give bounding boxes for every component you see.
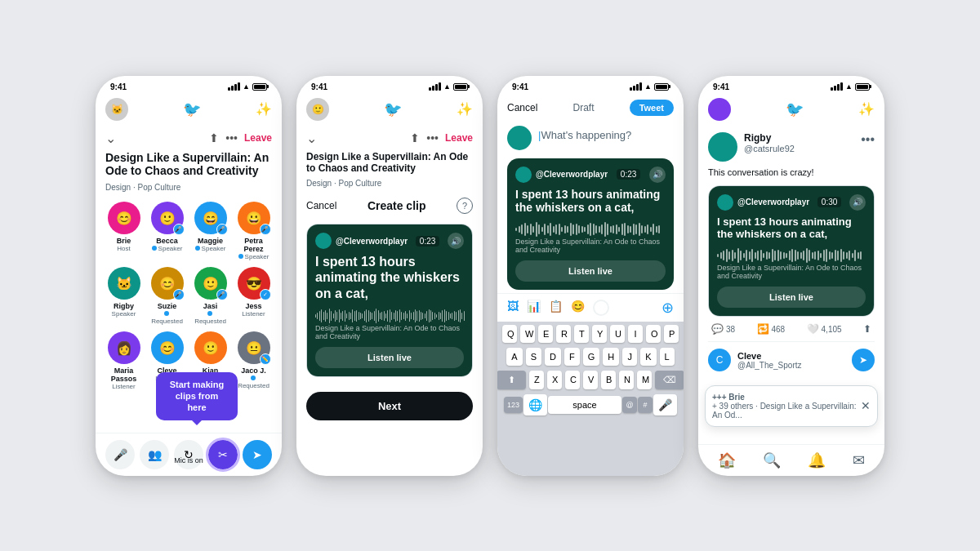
key-l[interactable]: L bbox=[660, 348, 675, 366]
tweet-card-inner: @Cleverwordplayr 0:30 🔊 I spent 13 hours… bbox=[709, 186, 874, 316]
key-n[interactable]: N bbox=[619, 371, 634, 389]
embed-username: @Cleverwordplayr bbox=[536, 170, 608, 179]
key-shift[interactable]: ⬆ bbox=[497, 371, 526, 389]
key-mic[interactable]: 🎤 bbox=[653, 394, 677, 415]
compose-input[interactable]: |What's happening? bbox=[538, 126, 674, 150]
notification-sub: + 39 others · Design Like a Supervillain… bbox=[712, 402, 857, 420]
key-123[interactable]: 123 bbox=[504, 397, 523, 413]
key-h[interactable]: H bbox=[603, 348, 619, 366]
phones-container: 9:41 ▲ 🐱 🐦 ✨ ⌄ ⬆ ••• Leave Design bbox=[96, 76, 884, 476]
tweet-clip-user-row: @Cleverwordplayr 0:30 🔊 bbox=[717, 194, 866, 211]
key-z[interactable]: Z bbox=[529, 371, 544, 389]
key-w[interactable]: W bbox=[520, 325, 535, 343]
arrow-button[interactable]: ➤ bbox=[243, 440, 272, 469]
mic-button[interactable]: 🎤 bbox=[105, 440, 135, 469]
key-at[interactable]: @ bbox=[622, 397, 637, 413]
key-v[interactable]: V bbox=[583, 371, 598, 389]
key-m[interactable]: M bbox=[637, 371, 652, 389]
clip-username: @Cleverwordplayr bbox=[336, 237, 408, 246]
embed-listen-live-button[interactable]: Listen live bbox=[515, 260, 666, 282]
leave-button[interactable]: Leave bbox=[244, 132, 272, 144]
keyboard[interactable]: Q W E R T Y U I O P A S D F G H J K L bbox=[497, 322, 684, 475]
cancel-clip-button[interactable]: Cancel bbox=[306, 200, 336, 211]
gif-icon[interactable]: 📊 bbox=[527, 300, 541, 316]
reply-action[interactable]: 💬 38 bbox=[711, 323, 735, 335]
key-x[interactable]: X bbox=[547, 371, 562, 389]
key-g[interactable]: G bbox=[583, 348, 600, 366]
bell-nav-icon[interactable]: 🔔 bbox=[808, 451, 826, 469]
tweet-more-icon[interactable]: ••• bbox=[861, 132, 875, 162]
status-icons-1: ▲ bbox=[228, 82, 267, 91]
image-icon[interactable]: 🖼 bbox=[507, 300, 519, 316]
add-button[interactable]: ⊕ bbox=[662, 299, 674, 317]
key-f[interactable]: F bbox=[564, 348, 580, 366]
cancel-compose-button[interactable]: Cancel bbox=[507, 102, 537, 113]
sparkle-icon-2: ✨ bbox=[457, 101, 473, 117]
chevron-down-icon-2[interactable]: ⌄ bbox=[306, 131, 317, 146]
tweet-handle: @catsrule92 bbox=[744, 144, 854, 153]
key-space[interactable]: space bbox=[548, 396, 621, 414]
key-k[interactable]: K bbox=[640, 348, 656, 366]
key-t[interactable]: T bbox=[574, 325, 589, 343]
mute-button[interactable]: 🔊 bbox=[448, 233, 464, 249]
key-j[interactable]: J bbox=[622, 348, 637, 366]
key-s[interactable]: S bbox=[526, 348, 541, 366]
share-action[interactable]: ⬆ bbox=[863, 323, 871, 335]
clip-button[interactable]: ✂ bbox=[208, 440, 238, 469]
key-c[interactable]: C bbox=[565, 371, 580, 389]
tweet-button[interactable]: Tweet bbox=[630, 100, 674, 116]
key-e[interactable]: E bbox=[538, 325, 553, 343]
key-o[interactable]: O bbox=[646, 325, 661, 343]
speaker-suzie: 😊🎤 Suzie Requested bbox=[149, 267, 185, 325]
like-action[interactable]: 🤍 4,105 bbox=[807, 323, 842, 335]
key-q[interactable]: Q bbox=[502, 325, 517, 343]
user-avatar-header[interactable]: 🐱 bbox=[105, 98, 128, 121]
people-button[interactable]: 👥 bbox=[140, 440, 169, 469]
key-a[interactable]: A bbox=[506, 348, 522, 366]
key-hash[interactable]: # bbox=[638, 397, 653, 413]
tweet-listen-live-button[interactable]: Listen live bbox=[717, 287, 866, 308]
speaker-row-2: 🐱 Rigby Speaker 😊🎤 Suzie Requested 🙂🎤 Ja… bbox=[105, 267, 272, 325]
emoji-icon[interactable]: 😊 bbox=[571, 300, 585, 316]
waveform bbox=[315, 308, 464, 324]
kb-row-2: A S D F G H J K L bbox=[497, 344, 684, 367]
home-nav-icon[interactable]: 🏠 bbox=[718, 451, 736, 469]
key-globe[interactable]: 🌐 bbox=[523, 394, 547, 415]
key-p[interactable]: P bbox=[664, 325, 679, 343]
embed-mute-button[interactable]: 🔊 bbox=[649, 167, 666, 183]
tweet-user-info: Rigby @catsrule92 bbox=[744, 132, 854, 162]
more-icon[interactable]: ••• bbox=[225, 131, 238, 144]
tweet-name: Rigby bbox=[744, 132, 854, 144]
key-delete[interactable]: ⌫ bbox=[655, 371, 684, 389]
share-button[interactable]: ↻ bbox=[174, 440, 203, 469]
share-icon[interactable]: ⬆ bbox=[209, 131, 219, 144]
clip-nav: Cancel Create clip ? bbox=[296, 194, 483, 217]
poll-icon[interactable]: 📋 bbox=[549, 300, 563, 316]
more-icon-2[interactable]: ••• bbox=[426, 131, 439, 144]
status-icons-3: ▲ bbox=[630, 82, 669, 91]
retweet-action[interactable]: 🔁 468 bbox=[757, 323, 786, 335]
notification-popup: +++ Brie + 39 others · Design Like a Sup… bbox=[705, 385, 878, 427]
tweet-body: This conversation is crazy! bbox=[708, 167, 875, 179]
search-nav-icon[interactable]: 🔍 bbox=[763, 451, 781, 469]
next-button[interactable]: Next bbox=[306, 392, 473, 420]
key-y[interactable]: Y bbox=[592, 325, 607, 343]
key-u[interactable]: U bbox=[610, 325, 625, 343]
spaces-subtitle: Design · Pop Culture bbox=[96, 181, 282, 198]
chevron-down-icon[interactable]: ⌄ bbox=[105, 131, 116, 146]
share-icon-2[interactable]: ⬆ bbox=[410, 131, 420, 144]
status-time-4: 9:41 bbox=[713, 82, 729, 91]
close-notification-button[interactable]: ✕ bbox=[861, 399, 871, 412]
listen-live-button[interactable]: Listen live bbox=[315, 347, 464, 368]
kb-row-1: Q W E R T Y U I O P bbox=[497, 322, 684, 344]
leave-button-2[interactable]: Leave bbox=[445, 132, 473, 144]
mail-nav-icon[interactable]: ✉ bbox=[853, 451, 865, 469]
reply-send-button[interactable]: ➤ bbox=[852, 349, 875, 371]
status-time-2: 9:41 bbox=[311, 82, 327, 91]
key-d[interactable]: D bbox=[545, 348, 561, 366]
help-icon[interactable]: ? bbox=[457, 198, 473, 214]
tweet-clip-mute-button[interactable]: 🔊 bbox=[849, 194, 866, 211]
key-b[interactable]: B bbox=[601, 371, 616, 389]
key-i[interactable]: I bbox=[628, 325, 643, 343]
key-r[interactable]: R bbox=[556, 325, 571, 343]
